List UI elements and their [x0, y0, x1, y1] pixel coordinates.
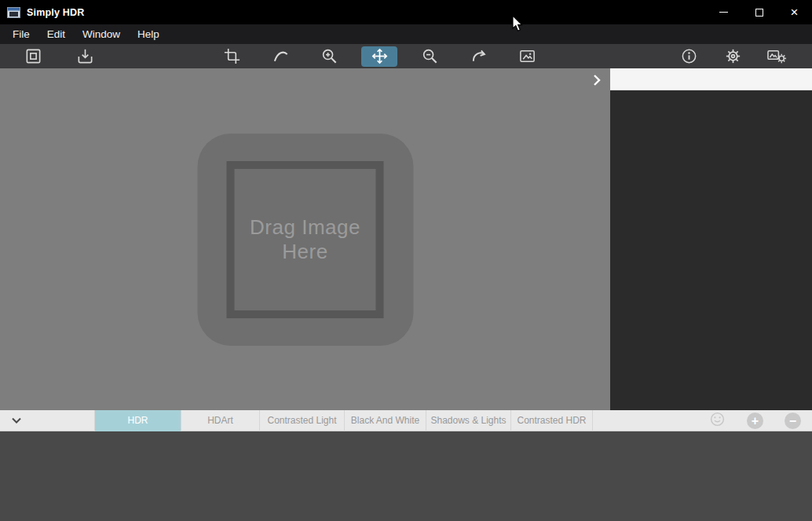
crop-icon [223, 47, 241, 65]
window-title: Simply HDR [27, 7, 85, 18]
redo-icon [470, 47, 488, 65]
close-button[interactable]: × [777, 0, 812, 24]
info-icon [680, 47, 698, 65]
add-preset-button[interactable]: + [747, 413, 763, 429]
chevron-down-icon [10, 417, 23, 429]
app-logo-icon [7, 7, 20, 18]
import-image-button[interactable] [68, 44, 101, 68]
plus-icon: + [752, 413, 759, 429]
preset-tab-contrasted-light[interactable]: Contrasted Light [260, 410, 345, 431]
compare-image-button[interactable] [510, 44, 543, 68]
canvas-area: Drag Image Here [0, 68, 610, 410]
zoom-out-button[interactable] [413, 44, 446, 68]
open-image-button[interactable] [16, 44, 49, 68]
straighten-icon [272, 47, 290, 65]
title-bar: Simply HDR × [0, 0, 812, 24]
minus-icon: − [789, 413, 796, 429]
presets-collapse-button[interactable] [9, 413, 24, 429]
crop-button[interactable] [215, 44, 248, 68]
smiley-button[interactable] [709, 413, 726, 429]
panel-expand-button[interactable] [590, 74, 604, 88]
chevron-right-icon [592, 77, 602, 89]
toolbar [0, 44, 812, 68]
move-icon [371, 47, 389, 65]
zoom-out-icon [421, 47, 439, 65]
remove-preset-button[interactable]: − [785, 413, 801, 429]
open-image-icon [24, 47, 42, 65]
preset-tabs: HDR HDArt Contrasted Light Black And Whi… [94, 410, 593, 431]
zoom-in-button[interactable] [313, 44, 346, 68]
app-window: Simply HDR × File Edit Window Help [0, 0, 812, 521]
batch-export-icon [766, 47, 787, 65]
menu-file[interactable]: File [0, 24, 38, 44]
smiley-icon [709, 411, 726, 431]
move-tool-button[interactable] [361, 46, 397, 67]
toolbar-right-group [672, 44, 793, 68]
zoom-in-icon [320, 47, 338, 65]
preset-tab-black-and-white[interactable]: Black And White [345, 410, 426, 431]
minimize-button[interactable] [706, 0, 741, 24]
toolbar-center-group [215, 44, 543, 68]
menu-window[interactable]: Window [74, 24, 129, 44]
preset-bar: HDR HDArt Contrasted Light Black And Whi… [0, 410, 812, 431]
preset-thumbnails-panel [0, 431, 812, 521]
preset-tab-hdr[interactable]: HDR [95, 410, 181, 431]
preset-actions: + − [709, 413, 801, 429]
image-drop-zone[interactable]: Drag Image Here [197, 134, 413, 346]
maximize-icon [755, 9, 763, 17]
preset-tab-contrasted-hdr[interactable]: Contrasted HDR [511, 410, 593, 431]
drop-placeholder-text: Drag Image Here [243, 215, 368, 263]
info-button[interactable] [672, 44, 705, 68]
settings-button[interactable] [716, 44, 749, 68]
straighten-button[interactable] [264, 44, 297, 68]
menu-edit[interactable]: Edit [38, 24, 74, 44]
menu-help[interactable]: Help [129, 24, 168, 44]
menu-bar: File Edit Window Help [0, 24, 812, 44]
preset-tab-hdart[interactable]: HDArt [181, 410, 260, 431]
drop-frame: Drag Image Here [227, 161, 384, 318]
maximize-button[interactable] [741, 0, 777, 24]
preset-tab-shadows-lights[interactable]: Shadows & Lights [426, 410, 511, 431]
minimize-icon [719, 12, 728, 13]
batch-export-button[interactable] [760, 44, 793, 68]
compare-image-icon [518, 47, 536, 65]
gear-icon [724, 47, 742, 65]
import-image-icon [76, 47, 94, 65]
window-controls: × [706, 0, 812, 24]
toolbar-left-group [16, 44, 101, 68]
redo-button[interactable] [462, 44, 495, 68]
right-panel [610, 68, 812, 410]
right-panel-header [610, 68, 812, 90]
close-icon: × [791, 6, 799, 19]
